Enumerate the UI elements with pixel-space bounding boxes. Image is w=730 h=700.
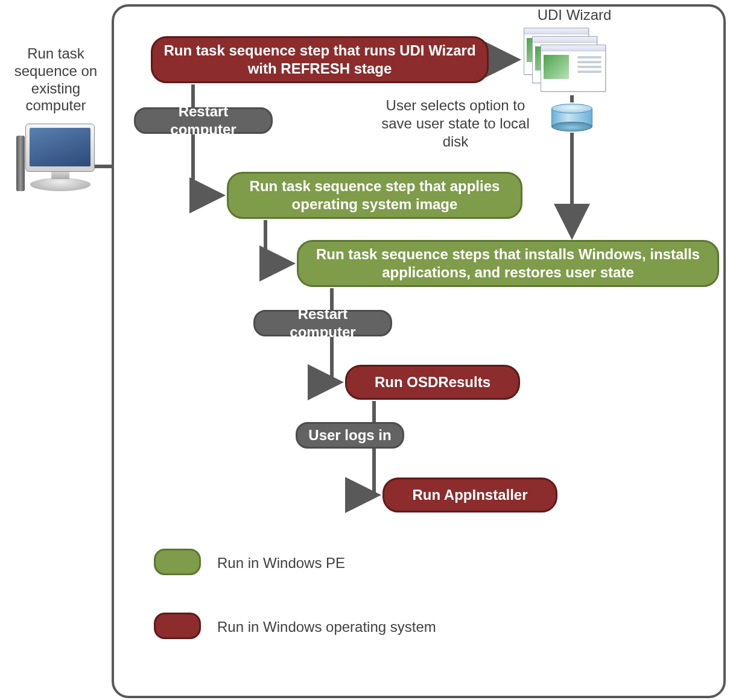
node-restart-2: Restart computer [253, 310, 392, 336]
node-restart-1: Restart computer [134, 107, 273, 134]
legend-swatch-pe [154, 549, 201, 575]
node-run-appinstaller: Run AppInstaller [382, 478, 557, 512]
udi-wizard-icon [524, 28, 608, 95]
node-run-osdresults: Run OSDResults [345, 365, 520, 400]
udi-wizard-label: UDI Wizard [532, 7, 617, 24]
database-icon [551, 104, 592, 131]
run-task-sequence-label: Run task sequence on existing computer [0, 45, 112, 115]
node-install-windows-apps-restore: Run task sequence steps that installs Wi… [297, 240, 719, 287]
legend-swatch-os [154, 613, 201, 639]
user-selects-label: User selects option to save user state t… [380, 96, 531, 151]
legend-text-os: Run in Windows operating system [217, 619, 436, 635]
legend-text-pe: Run in Windows PE [217, 555, 345, 572]
node-apply-os-image: Run task sequence step that applies oper… [227, 172, 522, 219]
node-user-logs-in: User logs in [296, 422, 404, 449]
node-run-udi-refresh: Run task sequence step that runs UDI Wiz… [151, 36, 489, 83]
computer-icon [13, 124, 98, 196]
